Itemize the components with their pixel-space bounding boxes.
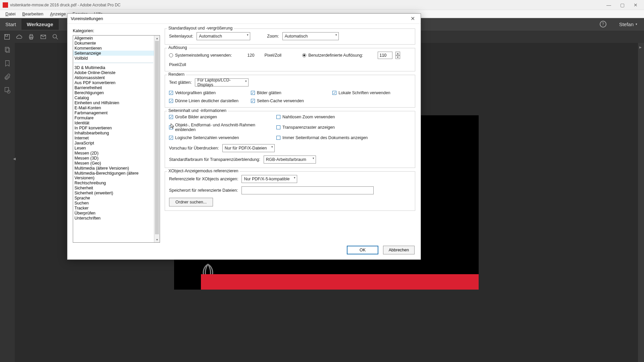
- check-logical-pages[interactable]: ✓Logische Seitenzahlen verwenden: [169, 135, 276, 140]
- category-item[interactable]: Kommentieren: [73, 46, 154, 51]
- legend-resolution: Auflösung: [167, 45, 189, 50]
- check-art-trim-bleed[interactable]: ✓Objekt-, Endformat- und Anschnitt-Rahme…: [169, 123, 276, 132]
- category-item[interactable]: Sprache: [73, 195, 154, 200]
- scroll-thumb[interactable]: [155, 41, 159, 234]
- category-item[interactable]: Identität: [73, 120, 154, 125]
- category-item[interactable]: Unterschriften: [73, 216, 154, 221]
- category-item[interactable]: Sicherheit (erweitert): [73, 190, 154, 195]
- overprint-select[interactable]: Nur für PDF/X-Dateien▾: [222, 144, 275, 152]
- categories-label: Kategorien:: [73, 28, 160, 33]
- radio-custom-resolution[interactable]: Benutzerdefinierte Auflösung:: [302, 53, 363, 58]
- zoom-label: Zoom:: [267, 34, 279, 39]
- category-item[interactable]: Rechtschreibung: [73, 180, 154, 185]
- save-icon[interactable]: [3, 33, 11, 41]
- scroll-down-icon[interactable]: ▾: [154, 237, 160, 242]
- category-item[interactable]: 3D & Multimedia: [73, 65, 154, 70]
- group-page-content: Seiteninhalt und -informationen ✓Große B…: [165, 111, 415, 168]
- check-images[interactable]: ✓Bilder glätten: [251, 90, 329, 95]
- category-item[interactable]: Überprüfen: [73, 210, 154, 216]
- check-page-cache[interactable]: ✓Seiten-Cache verwenden: [251, 99, 329, 103]
- category-item[interactable]: Catalog: [73, 95, 154, 100]
- category-item[interactable]: JavaScript: [73, 140, 154, 145]
- ok-button[interactable]: OK: [347, 246, 378, 254]
- category-item[interactable]: Messen (2D): [73, 150, 154, 156]
- search-icon[interactable]: [52, 33, 59, 41]
- category-item[interactable]: E-Mail-Konten: [73, 105, 154, 110]
- tab-werkzeuge[interactable]: Werkzeuge: [21, 19, 59, 30]
- window-close[interactable]: ✕: [633, 2, 639, 8]
- pages-icon[interactable]: [4, 46, 11, 54]
- category-item[interactable]: Sicherheit: [73, 185, 154, 190]
- browse-folder-button[interactable]: Ordner suchen...: [169, 198, 213, 206]
- blend-space-label: Standardfarbraum für Transparenzüberblen…: [169, 157, 260, 162]
- help-icon[interactable]: ?: [600, 21, 606, 27]
- radio-system-resolution[interactable]: Systemeinstellung verwenden:: [169, 53, 232, 58]
- svg-rect-7: [5, 47, 9, 52]
- window-title: visitenkarte-mmsw.de 2016 druck.pdf - Ad…: [10, 3, 606, 7]
- category-item[interactable]: In PDF konvertieren: [73, 125, 154, 130]
- dialog-close-icon[interactable]: ✕: [408, 15, 417, 22]
- category-item[interactable]: Aus PDF konvertieren: [73, 80, 154, 85]
- category-item[interactable]: Vollbild: [73, 56, 154, 61]
- categories-scrollbar[interactable]: ▴ ▾: [154, 36, 160, 242]
- check-always-pagesize[interactable]: Immer Seitenformat des Dokuments anzeige…: [276, 135, 411, 140]
- check-transparency-grid[interactable]: Transparenzraster anzeigen: [276, 123, 411, 132]
- user-menu[interactable]: Stefan▾: [612, 21, 644, 27]
- category-item[interactable]: Multimedia-Berechtigungen (ältere Versio…: [73, 171, 154, 180]
- xobject-location-input[interactable]: [241, 186, 374, 194]
- cloud-icon[interactable]: [15, 33, 23, 41]
- zoom-select[interactable]: Automatisch▾: [282, 32, 339, 40]
- check-large-images[interactable]: ✓Große Bilder anzeigen: [169, 115, 276, 119]
- blend-space-select[interactable]: RGB-Arbeitsfarbraum▾: [264, 156, 316, 164]
- category-item[interactable]: Internet: [73, 135, 154, 140]
- page-layout-select[interactable]: Automatisch▾: [197, 32, 250, 40]
- category-item[interactable]: Barrierefreiheit: [73, 85, 154, 90]
- svg-rect-1: [5, 34, 7, 36]
- category-item[interactable]: Dokumente: [73, 41, 154, 46]
- xobject-targets-select[interactable]: Nur PDF/X-5-kompatible▾: [241, 175, 297, 183]
- category-item[interactable]: Inhaltsbearbeitung: [73, 130, 154, 135]
- unit-label-2: Pixel/Zoll: [169, 62, 186, 67]
- window-minimize[interactable]: —: [606, 2, 612, 8]
- category-item[interactable]: Seitenanzeige: [73, 51, 154, 56]
- tools-pane-collapsed[interactable]: [638, 43, 644, 362]
- category-item[interactable]: Tracker: [73, 205, 154, 210]
- menu-anzeige[interactable]: Anzeige: [47, 10, 69, 17]
- svg-rect-3: [30, 34, 32, 36]
- check-thin-lines[interactable]: ✓Dünne Linien deutlicher darstellen: [169, 99, 248, 103]
- print-icon[interactable]: [28, 33, 35, 41]
- svg-rect-4: [30, 37, 32, 39]
- category-item[interactable]: Lesen: [73, 145, 154, 150]
- categories-list[interactable]: AllgemeinDokumenteKommentierenSeitenanze…: [73, 36, 154, 242]
- smooth-text-select[interactable]: Für Laptops/LCD-Displays▾: [195, 78, 249, 86]
- legend-xobject: XObject-Anzeigemodus referenzieren: [167, 169, 239, 173]
- menu-bearbeiten[interactable]: Bearbeiten: [19, 10, 47, 17]
- category-item[interactable]: Messen (3D): [73, 156, 154, 161]
- legend-rendering: Rendern: [167, 72, 186, 77]
- category-item[interactable]: Allgemein: [73, 36, 154, 41]
- menu-datei[interactable]: Datei: [2, 10, 19, 17]
- bookmark-icon[interactable]: [4, 60, 11, 67]
- check-vector[interactable]: ✓Vektorgrafiken glätten: [169, 90, 248, 95]
- scroll-up-icon[interactable]: ▴: [154, 36, 160, 41]
- category-item[interactable]: Berechtigungen: [73, 90, 154, 95]
- category-item[interactable]: Messen (Geo): [73, 161, 154, 166]
- window-maximize[interactable]: ▢: [619, 2, 625, 8]
- tab-start[interactable]: Start: [0, 19, 21, 30]
- category-item[interactable]: Suchen: [73, 200, 154, 205]
- custom-resolution-input[interactable]: [378, 52, 392, 59]
- check-local-fonts[interactable]: ✓Lokale Schriften verwenden: [332, 90, 411, 95]
- category-item[interactable]: Farbmanagement: [73, 110, 154, 115]
- category-item[interactable]: Aktionsassistent: [73, 75, 154, 80]
- category-item[interactable]: Formulare: [73, 115, 154, 120]
- category-item[interactable]: Adobe Online-Dienste: [73, 70, 154, 75]
- resolution-spinner[interactable]: ▴▾: [395, 52, 400, 59]
- cancel-button[interactable]: Abbrechen: [383, 246, 415, 254]
- mail-icon[interactable]: [40, 33, 47, 41]
- signatures-icon[interactable]: [4, 86, 11, 94]
- attachment-icon[interactable]: [4, 73, 11, 80]
- category-item[interactable]: Einheiten und Hilfslinien: [73, 100, 154, 105]
- category-item[interactable]: Multimedia (ältere Versionen): [73, 166, 154, 171]
- check-seamless-zoom[interactable]: Nahtlosen Zoom verwenden: [276, 115, 411, 119]
- xobject-location-label: Speicherort für referenzierte Dateien:: [169, 188, 238, 193]
